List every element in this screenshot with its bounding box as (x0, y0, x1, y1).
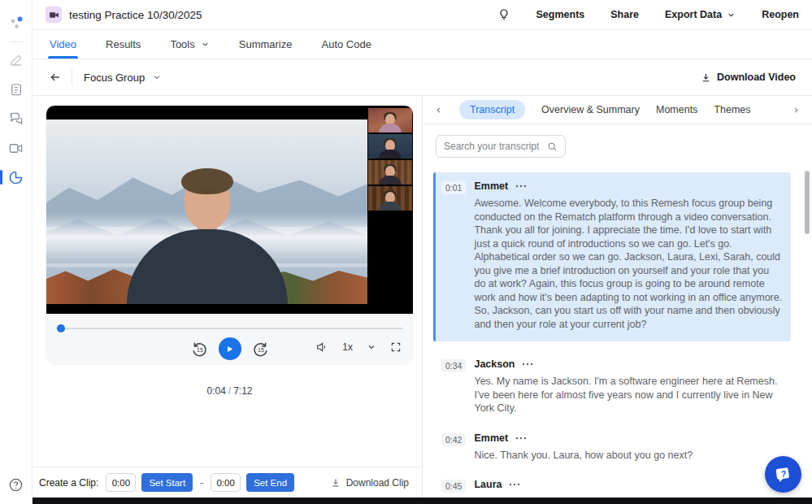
app-sidebar (0, 0, 33, 504)
transcript-entry[interactable]: 0:34 Jackson Yes. My name is Jackson. I'… (433, 358, 791, 415)
transcript-search[interactable] (436, 135, 566, 158)
svg-text:?: ? (781, 469, 786, 478)
chevron-down-icon (727, 11, 736, 20)
bottom-black-strip (33, 497, 812, 504)
participant-thumbnails (368, 108, 412, 212)
help-icon[interactable] (8, 476, 24, 493)
progress-handle[interactable] (57, 324, 65, 332)
entry-speaker: Laura (474, 479, 502, 490)
player-controls: 15 15 1x (46, 314, 413, 364)
playback-speed[interactable]: 1x (342, 341, 353, 353)
app-header: testing Practice 10/30/2025 Segments Sha… (33, 0, 812, 30)
entry-timestamp[interactable]: 0:45 (441, 480, 466, 493)
download-icon (331, 478, 341, 488)
remesh-logo (8, 15, 24, 31)
entry-timestamp[interactable]: 0:01 (441, 181, 466, 194)
tab-results[interactable]: Results (106, 38, 141, 50)
entry-menu-icon[interactable] (515, 436, 527, 441)
share-button[interactable]: Share (610, 9, 639, 20)
tab-transcript[interactable]: Transcript (459, 100, 525, 119)
entry-menu-icon[interactable] (522, 362, 533, 367)
compose-icon[interactable] (8, 52, 24, 68)
main-tabbar: Video Results Tools Summarize Auto Code (33, 30, 812, 59)
download-video-button[interactable]: Download Video (701, 72, 796, 83)
fullscreen-icon[interactable] (390, 341, 402, 353)
video-pane: 15 15 1x (33, 96, 423, 504)
participant-thumbnail[interactable] (368, 108, 412, 133)
analysis-icon[interactable] (8, 169, 24, 185)
forward-15-button[interactable]: 15 (252, 341, 269, 358)
tab-tools[interactable]: Tools (170, 38, 209, 50)
rewind-15-button[interactable]: 15 (191, 341, 208, 358)
chevron-down-icon[interactable] (367, 342, 376, 352)
participant-thumbnail[interactable] (368, 160, 412, 185)
participant-thumbnail[interactable] (368, 186, 412, 211)
entry-menu-icon[interactable] (509, 482, 520, 487)
divider (72, 69, 72, 85)
clip-start-input[interactable] (106, 473, 136, 492)
tab-themes[interactable]: Themes (714, 104, 750, 115)
lightbulb-icon[interactable] (497, 8, 510, 21)
current-time: 0:04 (206, 385, 225, 397)
entry-speaker: Emmet (474, 180, 508, 192)
entry-text: Yes. My name is Jackson. I'm a software … (474, 375, 783, 415)
transcript-list: 0:01 Emmet Awesome. Welcome everybody, t… (423, 163, 802, 497)
export-data-button[interactable]: Export Data (665, 9, 736, 20)
time-display: 0:04/7:12 (46, 385, 413, 397)
content-area: 15 15 1x (33, 96, 812, 504)
notes-icon[interactable] (8, 81, 24, 98)
support-chat-button[interactable]: ? (765, 456, 801, 493)
reopen-button[interactable]: Reopen (762, 9, 799, 20)
video-frame (46, 106, 413, 314)
video-sessions-icon[interactable] (8, 140, 24, 156)
clip-range-separator: - (198, 477, 205, 489)
entry-text: Awesome. Welcome everybody, to this Reme… (474, 197, 783, 331)
chevron-down-icon (201, 40, 210, 49)
volume-icon[interactable] (315, 341, 328, 354)
entry-speaker: Jackson (474, 358, 515, 370)
chevron-left-icon[interactable] (434, 106, 443, 115)
set-end-button[interactable]: Set End (246, 473, 294, 492)
tab-overview-summary[interactable]: Overview & Summary (541, 104, 640, 115)
transcript-pane: Transcript Overview & Summary Moments Th… (423, 96, 812, 504)
conversations-icon[interactable] (8, 111, 24, 127)
set-start-button[interactable]: Set Start (141, 473, 193, 492)
chevron-right-icon[interactable] (792, 106, 801, 115)
svg-text:15: 15 (197, 347, 203, 353)
focus-group-selector[interactable]: Focus Group (84, 72, 162, 84)
transcript-entry[interactable]: 0:01 Emmet Awesome. Welcome everybody, t… (433, 172, 791, 341)
scrollbar-thumb[interactable] (805, 171, 810, 234)
tab-video[interactable]: Video (50, 38, 76, 50)
entry-timestamp[interactable]: 0:42 (441, 433, 466, 446)
entry-menu-icon[interactable] (515, 184, 527, 189)
participant-thumbnail[interactable] (368, 134, 412, 159)
page-title: testing Practice 10/30/2025 (69, 9, 202, 21)
search-input[interactable] (444, 141, 547, 152)
create-clip-bar: Create a Clip: Set Start - Set End Downl… (33, 467, 422, 497)
clip-end-input[interactable] (211, 473, 241, 492)
subheader: Focus Group Download Video (33, 59, 812, 96)
download-icon (701, 72, 711, 83)
chevron-down-icon (152, 72, 162, 82)
video-player[interactable]: 15 15 1x (46, 106, 413, 364)
create-clip-label: Create a Clip: (39, 477, 98, 489)
tab-summarize[interactable]: Summarize (239, 38, 293, 50)
play-button[interactable] (219, 337, 241, 360)
search-icon (547, 141, 558, 152)
tab-auto-code[interactable]: Auto Code (321, 38, 371, 50)
sidebar-divider (10, 41, 23, 42)
back-arrow-icon[interactable] (49, 71, 62, 84)
transcript-entry[interactable]: 0:45 Laura My name is Laura. I'm a custo… (433, 479, 791, 497)
speaker-figure (122, 166, 293, 304)
svg-text:15: 15 (258, 347, 264, 353)
video-camera-icon (46, 7, 62, 23)
speaker-video (46, 119, 367, 304)
transcript-tabbar: Transcript Overview & Summary Moments Th… (423, 96, 812, 124)
tab-moments[interactable]: Moments (656, 104, 697, 115)
entry-text: Nice. Thank you. Laura, how about you go… (474, 449, 783, 463)
download-clip-button[interactable]: Download Clip (331, 477, 409, 489)
transcript-entry[interactable]: 0:42 Emmet Nice. Thank you. Laura, how a… (433, 432, 791, 463)
segments-button[interactable]: Segments (536, 9, 585, 20)
seek-bar[interactable] (56, 328, 403, 329)
entry-timestamp[interactable]: 0:34 (441, 359, 466, 372)
